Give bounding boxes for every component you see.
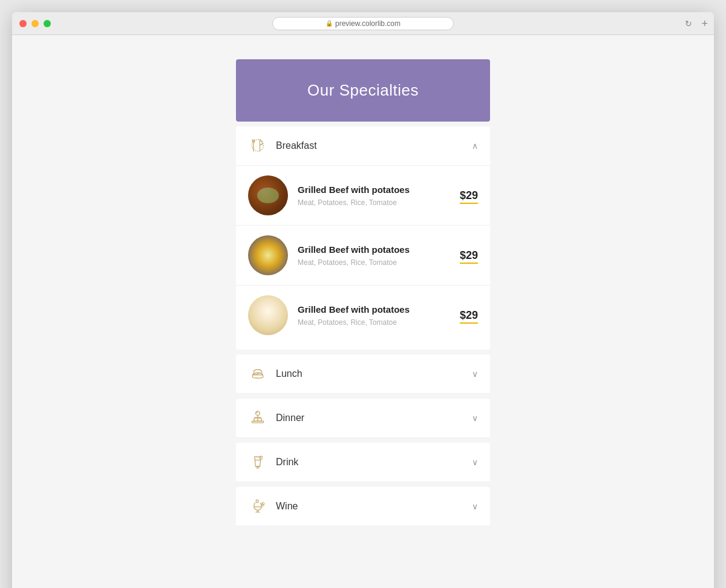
drink-header[interactable]: Drink ∨	[236, 443, 490, 482]
fork-knife-icon	[248, 136, 267, 155]
svg-point-10	[256, 411, 260, 416]
breakfast-header[interactable]: Breakfast ∧	[236, 126, 490, 165]
burger-icon	[248, 364, 267, 384]
food-image-1	[248, 175, 288, 215]
food-image-2	[248, 235, 288, 275]
menu-item: Grilled Beef with potatoes Meat, Potatoe…	[236, 165, 490, 225]
dinner-label: Dinner	[276, 413, 472, 423]
wine-label: Wine	[276, 501, 472, 512]
breakfast-label: Breakfast	[276, 140, 472, 151]
dinner-header[interactable]: Dinner ∨	[236, 399, 490, 438]
wine-header[interactable]: Wine ∨	[236, 487, 490, 526]
accordion-lunch: Lunch ∨	[236, 354, 490, 394]
lock-icon: 🔒	[325, 20, 333, 27]
drink-chevron: ∨	[472, 457, 478, 467]
food-ingredients-2: Meat, Potatoes, Rice, Tomatoe	[298, 258, 450, 267]
food-name-1: Grilled Beef with potatoes	[298, 184, 450, 196]
accordion-drink: Drink ∨	[236, 443, 490, 482]
svg-line-19	[262, 456, 263, 457]
drink-icon	[248, 452, 267, 472]
refresh-button[interactable]: ↻	[685, 19, 692, 28]
menu-item: Grilled Beef with potatoes Meat, Potatoe…	[236, 285, 490, 345]
food-price-3: $29	[460, 309, 478, 322]
header-banner: Our Specialties	[236, 59, 490, 122]
dinner-chevron: ∨	[472, 413, 478, 423]
food-ingredients-1: Meat, Potatoes, Rice, Tomatoe	[298, 198, 450, 207]
titlebar: 🔒 preview.colorlib.com ↻ +	[12, 12, 714, 35]
minimize-button[interactable]	[31, 20, 39, 27]
food-image-3	[248, 295, 288, 335]
svg-rect-20	[256, 500, 258, 503]
wine-chevron: ∨	[472, 501, 478, 511]
maximize-button[interactable]	[44, 20, 51, 27]
close-button[interactable]	[19, 20, 27, 27]
food-price-2: $29	[460, 249, 478, 262]
wine-icon	[248, 497, 267, 516]
food-name-3: Grilled Beef with potatoes	[298, 304, 450, 316]
svg-line-25	[263, 501, 263, 503]
accordion-breakfast: Breakfast ∧ Grilled Beef with potatoes M…	[236, 126, 490, 350]
food-price-1: $29	[460, 189, 478, 202]
page-content: Our Specialties	[12, 35, 714, 588]
accordion-wine: Wine ∨	[236, 487, 490, 526]
food-details-1: Grilled Beef with potatoes Meat, Potatoe…	[298, 184, 450, 207]
lunch-label: Lunch	[276, 368, 472, 379]
lunch-header[interactable]: Lunch ∨	[236, 354, 490, 394]
menu-item: Grilled Beef with potatoes Meat, Potatoe…	[236, 225, 490, 285]
url-text: preview.colorlib.com	[335, 19, 401, 28]
accordion-dinner: Dinner ∨	[236, 399, 490, 438]
dinner-icon	[248, 408, 267, 428]
breakfast-chevron: ∧	[472, 141, 478, 151]
specialties-container: Our Specialties	[236, 59, 490, 526]
food-name-2: Grilled Beef with potatoes	[298, 244, 450, 256]
new-tab-button[interactable]: +	[701, 17, 708, 30]
drink-label: Drink	[276, 457, 472, 468]
food-details-2: Grilled Beef with potatoes Meat, Potatoe…	[298, 244, 450, 267]
food-ingredients-3: Meat, Potatoes, Rice, Tomatoe	[298, 318, 450, 327]
breakfast-menu-items: Grilled Beef with potatoes Meat, Potatoe…	[236, 165, 490, 350]
page-title: Our Specialties	[248, 81, 478, 100]
food-details-3: Grilled Beef with potatoes Meat, Potatoe…	[298, 304, 450, 327]
lunch-chevron: ∨	[472, 369, 478, 379]
address-bar[interactable]: 🔒 preview.colorlib.com	[272, 17, 454, 30]
browser-window: 🔒 preview.colorlib.com ↻ + Our Specialti…	[12, 12, 714, 588]
